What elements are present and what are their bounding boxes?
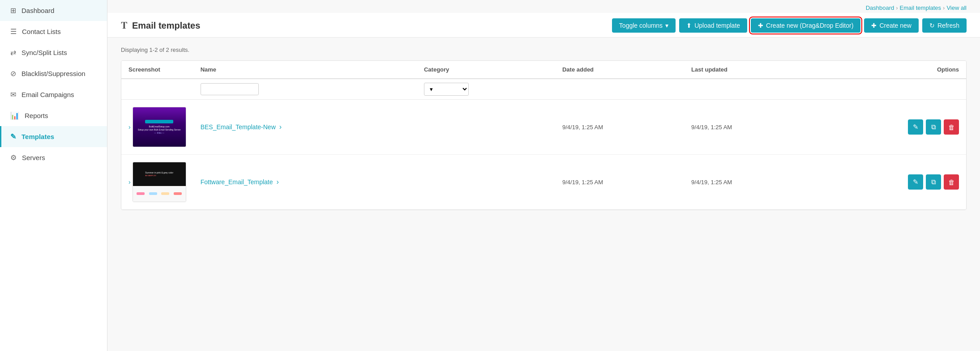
thumb-bar: [145, 120, 174, 123]
sidebar-item-contact-lists[interactable]: ☰ Contact Lists: [0, 21, 107, 42]
category-cell-1: [417, 100, 555, 155]
sidebar-item-email-campaigns[interactable]: ✉ Email Campaigns: [0, 84, 107, 105]
sidebar-item-servers[interactable]: ⚙ Servers: [0, 147, 107, 168]
create-new-label: Create new: [879, 22, 912, 29]
thumb2-text: Summer in pink & grey colorAll SAMPLES: [145, 171, 173, 177]
screenshot-cell-1: › BulkEmailSetup.comSetup your own Bulk …: [121, 100, 193, 155]
contact-lists-icon: ☰: [10, 27, 17, 36]
results-text: Displaying 1-2 of 2 results.: [121, 47, 967, 53]
page-title-area: 𝐓 Email templates: [121, 20, 200, 31]
templates-table: Screenshot Name Category Date added Last…: [121, 60, 967, 210]
sidebar: ⊞ Dashboard ☰ Contact Lists ⇄ Sync/Split…: [0, 0, 107, 351]
page-title: Email templates: [132, 21, 200, 31]
upload-template-button[interactable]: ⬆ Upload template: [679, 18, 747, 33]
dot3: [161, 192, 169, 195]
sidebar-item-label: Email Campaigns: [21, 91, 74, 98]
breadcrumb-sep1: ›: [896, 4, 898, 11]
thumb-text: BulkEmailSetup.comSetup your own Bulk Em…: [138, 125, 181, 135]
col-name: Name: [193, 61, 417, 79]
last-updated-cell-1: 9/4/19, 1:25 AM: [684, 100, 813, 155]
delete-button-2[interactable]: 🗑: [944, 174, 959, 190]
sidebar-item-label: Contact Lists: [22, 28, 61, 35]
filter-row: ▾: [121, 79, 966, 100]
delete-icon-1: 🗑: [948, 123, 955, 131]
toggle-columns-label: Toggle columns: [619, 22, 663, 29]
sidebar-item-sync-split[interactable]: ⇄ Sync/Split Lists: [0, 42, 107, 63]
breadcrumb-current[interactable]: Email templates: [900, 4, 941, 11]
options-cell-1: ✎ ⧉ 🗑: [813, 100, 966, 155]
sidebar-item-blacklist[interactable]: ⊘ Blacklist/Suppression: [0, 63, 107, 84]
sidebar-item-label: Sync/Split Lists: [21, 49, 67, 56]
expand-icon-1[interactable]: ›: [128, 123, 131, 131]
upload-icon: ⬆: [686, 22, 692, 29]
last-updated-cell-2: 9/4/19, 1:25 AM: [684, 155, 813, 210]
edit-button-1[interactable]: ✎: [908, 119, 923, 135]
breadcrumb: Dashboard › Email templates › View all: [107, 0, 980, 13]
page-header: 𝐓 Email templates Toggle columns ▾ ⬆ Upl…: [107, 13, 980, 38]
filter-screenshot-cell: [121, 79, 193, 100]
templates-icon: ✎: [10, 132, 16, 141]
create-dnd-label: Create new (Drag&Drop Editor): [766, 22, 853, 29]
refresh-button[interactable]: ↻ Refresh: [922, 18, 967, 33]
refresh-label: Refresh: [937, 22, 959, 29]
copy-icon-1: ⧉: [931, 123, 936, 131]
create-new-button[interactable]: ✚ Create new: [864, 18, 919, 33]
dashboard-icon: ⊞: [10, 6, 16, 15]
template-name-link-2[interactable]: Fottware_Email_Template: [201, 178, 273, 186]
sidebar-item-reports[interactable]: 📊 Reports: [0, 105, 107, 126]
edit-icon-2: ✎: [913, 178, 919, 186]
toggle-columns-button[interactable]: Toggle columns ▾: [612, 18, 676, 33]
category-cell-2: [417, 155, 555, 210]
create-new-plus-icon: ✚: [871, 22, 877, 29]
date-added-cell-2: 9/4/19, 1:25 AM: [555, 155, 684, 210]
create-dnd-plus-icon: ✚: [758, 22, 763, 29]
table-row: › BulkEmailSetup.comSetup your own Bulk …: [121, 100, 966, 155]
expand-icon-2[interactable]: ›: [128, 178, 131, 186]
email-campaigns-icon: ✉: [10, 90, 16, 99]
name-chevron-2: ›: [276, 178, 278, 186]
thumbnail-2: Summer in pink & grey colorAll SAMPLES: [133, 162, 186, 202]
sidebar-item-label: Reports: [25, 112, 48, 119]
col-screenshot: Screenshot: [121, 61, 193, 79]
col-category: Category: [417, 61, 555, 79]
dot4: [174, 192, 182, 195]
edit-button-2[interactable]: ✎: [908, 174, 923, 190]
delete-button-1[interactable]: 🗑: [944, 119, 959, 135]
refresh-icon: ↻: [929, 22, 935, 29]
thumbnail-1: BulkEmailSetup.comSetup your own Bulk Em…: [133, 107, 186, 147]
template-name-link-1[interactable]: BES_Email_Template-New: [201, 123, 276, 131]
col-last-updated: Last updated: [684, 61, 813, 79]
copy-button-1[interactable]: ⧉: [926, 119, 941, 135]
col-date-added: Date added: [555, 61, 684, 79]
sidebar-item-templates[interactable]: ✎ Templates: [0, 126, 107, 147]
blacklist-icon: ⊘: [10, 69, 16, 78]
edit-icon-1: ✎: [913, 123, 919, 131]
sidebar-item-label: Servers: [22, 154, 45, 161]
filter-category-select[interactable]: ▾: [424, 83, 469, 96]
dot2: [149, 192, 157, 195]
copy-button-2[interactable]: ⧉: [926, 174, 941, 190]
thumb2-bottom: [133, 186, 186, 202]
create-dnd-button[interactable]: ✚ Create new (Drag&Drop Editor): [751, 18, 860, 33]
filter-name-input[interactable]: [201, 83, 259, 95]
col-options: Options: [813, 61, 966, 79]
copy-icon-2: ⧉: [931, 178, 936, 186]
main-content: Dashboard › Email templates › View all 𝐓…: [107, 0, 980, 351]
servers-icon: ⚙: [10, 153, 17, 162]
toggle-columns-chevron: ▾: [665, 22, 668, 29]
dot1: [137, 192, 145, 195]
page-title-icon: 𝐓: [121, 20, 128, 31]
filter-category-cell: ▾: [417, 79, 555, 100]
breadcrumb-viewall[interactable]: View all: [946, 4, 967, 11]
breadcrumb-home[interactable]: Dashboard: [866, 4, 894, 11]
delete-icon-2: 🗑: [948, 178, 955, 186]
name-cell-1: BES_Email_Template-New ›: [193, 100, 417, 155]
screenshot-cell-2: › Summer in pink & grey colorAll SAMPLES: [121, 155, 193, 210]
name-chevron-1: ›: [279, 123, 282, 131]
sidebar-item-dashboard[interactable]: ⊞ Dashboard: [0, 0, 107, 21]
sync-split-icon: ⇄: [10, 48, 16, 57]
date-added-cell-1: 9/4/19, 1:25 AM: [555, 100, 684, 155]
sidebar-item-label: Blacklist/Suppression: [21, 70, 86, 77]
breadcrumb-sep2: ›: [943, 4, 945, 11]
name-cell-2: Fottware_Email_Template ›: [193, 155, 417, 210]
